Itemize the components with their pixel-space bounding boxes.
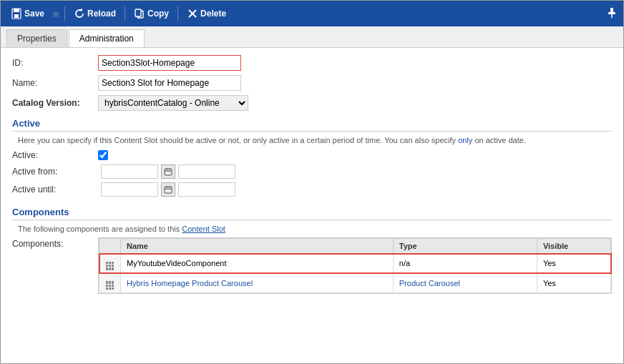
components-row: Components: Name Type Visible <box>12 237 612 294</box>
row1-icon-cell <box>99 254 121 274</box>
toolbar-icon-extra: ⊞ <box>53 10 59 18</box>
id-input[interactable] <box>98 55 241 71</box>
pin-button[interactable] <box>606 7 618 21</box>
svg-rect-14 <box>165 187 172 193</box>
svg-rect-8 <box>608 12 615 14</box>
components-label: Components: <box>12 237 98 249</box>
col-name: Name <box>121 239 394 254</box>
delete-label: Delete <box>200 9 226 19</box>
save-icon <box>11 8 22 19</box>
delete-button[interactable]: Delete <box>182 6 230 21</box>
delete-icon <box>187 8 198 19</box>
active-description: Here you can specify if this Content Slo… <box>18 136 612 144</box>
name-label: Name: <box>12 78 98 88</box>
active-label: Active: <box>12 150 98 160</box>
svg-rect-4 <box>135 9 141 16</box>
svg-rect-10 <box>165 169 172 175</box>
reload-label: Reload <box>87 9 116 19</box>
active-row: Active: <box>12 150 612 160</box>
main-window: Save ⊞ Reload Copy Delete <box>0 0 624 364</box>
name-row: Name: <box>12 75 612 91</box>
col-icon <box>99 239 121 254</box>
toolbar: Save ⊞ Reload Copy Delete <box>1 1 623 26</box>
row1-type: n/a <box>393 254 537 274</box>
catalog-label: Catalog Version: <box>12 98 98 108</box>
reload-button[interactable]: Reload <box>69 6 120 21</box>
components-section-header: Components <box>12 207 612 220</box>
toolbar-sep-2 <box>125 6 125 21</box>
active-section-header: Active <box>12 118 612 132</box>
toolbar-sep-1 <box>64 6 65 21</box>
copy-label: Copy <box>147 9 169 19</box>
catalog-select[interactable]: hybrisContentCatalog - Online <box>98 95 248 111</box>
active-from-cal-icon[interactable] <box>161 164 175 179</box>
active-only-link[interactable]: only <box>458 136 472 144</box>
copy-button[interactable]: Copy <box>130 6 173 21</box>
svg-rect-2 <box>14 14 19 18</box>
active-until-label: Active until: <box>12 185 98 195</box>
table-body: MyYoutubeVideoComponent n/a Yes <box>99 254 611 293</box>
components-table-wrapper: Name Type Visible <box>98 237 612 294</box>
row2-visible: Yes <box>537 273 610 293</box>
active-from-row: Active from: <box>12 164 612 179</box>
svg-rect-7 <box>610 8 613 13</box>
col-visible: Visible <box>537 239 610 254</box>
active-from-time-input[interactable] <box>178 164 235 179</box>
tab-bar: Properties Administration <box>1 26 623 48</box>
row1-name: MyYoutubeVideoComponent <box>121 254 394 274</box>
content-slot-link[interactable]: Content Slot <box>182 225 225 233</box>
catalog-row: Catalog Version: hybrisContentCatalog - … <box>12 95 612 111</box>
id-label: ID: <box>12 58 98 68</box>
save-label: Save <box>24 9 44 19</box>
active-until-time-input[interactable] <box>178 182 235 197</box>
active-from-date-input[interactable] <box>101 164 158 179</box>
row1-visible: Yes <box>537 254 610 274</box>
table-header: Name Type Visible <box>99 239 611 254</box>
row2-icon-cell <box>99 273 121 293</box>
toolbar-sep-3 <box>177 6 178 21</box>
row2-type-link[interactable]: Product Carousel <box>399 279 460 287</box>
active-until-row: Active until: <box>12 182 612 197</box>
row2-name-link[interactable]: Hybris Homepage Product Carousel <box>127 279 253 287</box>
active-from-label: Active from: <box>12 167 98 177</box>
reload-icon <box>74 8 85 19</box>
active-checkbox[interactable] <box>98 150 108 160</box>
row2-type: Product Carousel <box>393 273 537 293</box>
content-area: ID: Name: Catalog Version: hybrisContent… <box>1 48 623 363</box>
table-row[interactable]: MyYoutubeVideoComponent n/a Yes <box>99 254 611 274</box>
components-description: The following components are assigned to… <box>18 225 612 233</box>
svg-rect-1 <box>14 9 19 12</box>
id-row: ID: <box>12 55 612 71</box>
name-input[interactable] <box>98 75 241 91</box>
copy-icon <box>134 8 145 19</box>
tab-administration[interactable]: Administration <box>69 29 145 47</box>
active-until-cal-icon[interactable] <box>161 182 175 197</box>
table-row[interactable]: Hybris Homepage Product Carousel Product… <box>99 273 611 293</box>
components-table: Name Type Visible <box>99 238 611 293</box>
col-type: Type <box>393 239 537 254</box>
save-button[interactable]: Save <box>6 6 49 21</box>
row2-name: Hybris Homepage Product Carousel <box>121 273 394 293</box>
tab-properties[interactable]: Properties <box>6 29 67 47</box>
active-until-date-input[interactable] <box>101 182 158 197</box>
